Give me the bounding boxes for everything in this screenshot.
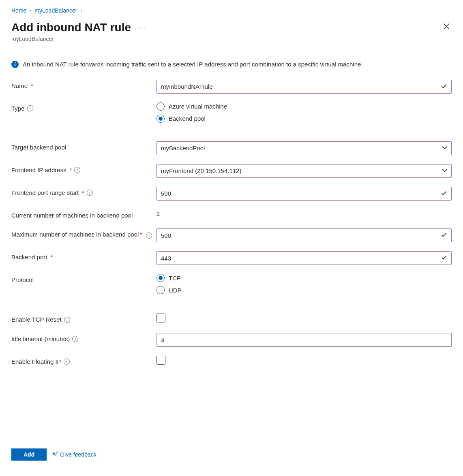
type-radio-pool-label: Backend pool: [169, 115, 206, 122]
protocol-radio-udp-label: UDP: [169, 287, 182, 294]
give-feedback-link[interactable]: Give feedback: [52, 451, 96, 458]
protocol-label: Protocol: [11, 274, 156, 284]
current-machines-label: Current number of machines in backend po…: [11, 209, 156, 220]
tcp-reset-checkbox[interactable]: [156, 314, 165, 322]
type-label: Type i: [11, 102, 156, 113]
page-subtitle: myLoadBalancer: [11, 36, 435, 42]
frontend-ip-label: Frontend IP address* i: [11, 164, 156, 175]
tcp-reset-label: Enable TCP Reset i: [11, 314, 156, 324]
target-pool-select[interactable]: myBackendPool: [156, 141, 452, 155]
protocol-radio-tcp[interactable]: TCP: [156, 274, 452, 282]
info-icon[interactable]: i: [27, 105, 33, 111]
chevron-right-icon: ›: [80, 8, 82, 13]
frontend-port-start-input[interactable]: [156, 187, 452, 201]
info-icon[interactable]: i: [72, 336, 78, 342]
protocol-radio-udp[interactable]: UDP: [156, 286, 452, 294]
svg-point-0: [54, 452, 55, 454]
info-icon[interactable]: i: [74, 167, 80, 173]
name-label: Name*: [11, 80, 156, 90]
feedback-icon: [52, 451, 58, 458]
max-machines-input[interactable]: [156, 228, 452, 242]
info-icon[interactable]: i: [146, 233, 152, 239]
name-input[interactable]: [156, 80, 452, 94]
info-text: An inbound NAT rule forwards incoming tr…: [23, 60, 363, 69]
floating-ip-label: Enable Floating IP i: [11, 356, 156, 366]
info-banner: i An inbound NAT rule forwards incoming …: [11, 60, 452, 69]
breadcrumb-home[interactable]: Home: [11, 7, 26, 14]
info-icon[interactable]: i: [87, 190, 93, 196]
frontend-ip-select[interactable]: myFrontend (20.150.154.112): [156, 164, 452, 178]
current-machines-value: 2: [156, 209, 452, 217]
max-machines-label: Maximum number of machines in backend po…: [11, 228, 156, 239]
target-pool-label: Target backend pool: [11, 141, 156, 152]
add-button[interactable]: Add: [11, 448, 47, 461]
breadcrumb: Home › myLoadBalancer ›: [11, 7, 452, 14]
type-radio-vm[interactable]: Azure virtual machine: [156, 102, 452, 111]
frontend-port-start-label: Frontend port range start* i: [11, 187, 156, 197]
close-button[interactable]: [441, 21, 452, 33]
page-title: Add inbound NAT rule: [11, 21, 131, 34]
info-icon[interactable]: i: [64, 317, 70, 323]
breadcrumb-resource[interactable]: myLoadBalancer: [34, 7, 77, 14]
protocol-radio-tcp-label: TCP: [169, 275, 181, 282]
backend-port-label: Backend port*: [11, 251, 156, 262]
give-feedback-label: Give feedback: [60, 451, 96, 458]
footer: Add Give feedback: [0, 441, 463, 461]
backend-port-input[interactable]: [156, 251, 452, 265]
more-actions-button[interactable]: ···: [138, 23, 147, 32]
floating-ip-checkbox[interactable]: [156, 356, 165, 365]
info-icon: i: [11, 61, 19, 68]
type-radio-vm-label: Azure virtual machine: [169, 103, 227, 110]
idle-timeout-label: Idle timeout (minutes) i: [11, 333, 156, 344]
info-icon[interactable]: i: [64, 359, 70, 365]
idle-timeout-input[interactable]: [156, 333, 452, 347]
chevron-right-icon: ›: [30, 8, 31, 13]
type-radio-pool[interactable]: Backend pool: [156, 115, 452, 123]
